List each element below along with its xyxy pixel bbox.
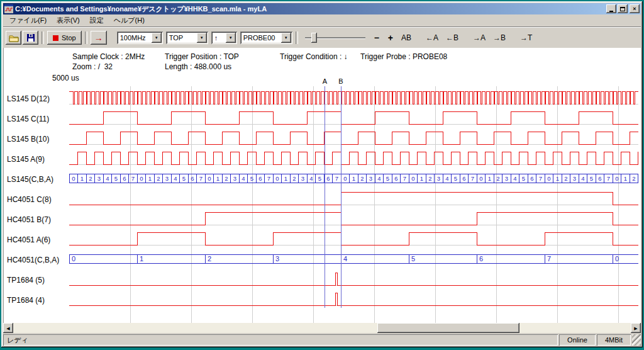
svg-text:7: 7	[471, 175, 474, 182]
close-button[interactable]: ×	[630, 4, 640, 13]
svg-text:5: 5	[318, 175, 321, 182]
svg-text:B: B	[338, 77, 343, 85]
minimize-button[interactable]	[606, 4, 616, 13]
trigger-edge-value: ↑	[214, 34, 226, 42]
menu-help[interactable]: ヘルプ(H)	[109, 14, 150, 26]
chevron-down-icon[interactable]: ▼	[152, 33, 162, 43]
chevron-down-icon[interactable]: ▼	[226, 33, 236, 43]
svg-text:2: 2	[225, 175, 228, 182]
scrollbar-thumb[interactable]	[377, 323, 519, 333]
jump-left-a-button[interactable]: ←A	[423, 31, 441, 45]
svg-text:4: 4	[309, 175, 313, 182]
jump-left-b-button[interactable]: ←B	[443, 31, 462, 45]
svg-text:5: 5	[386, 175, 389, 182]
svg-text:5: 5	[114, 175, 118, 182]
svg-text:5: 5	[411, 255, 415, 262]
stop-button[interactable]: Stop	[47, 31, 82, 45]
zoom-out-button[interactable]: −	[370, 31, 383, 45]
open-folder-icon	[9, 34, 19, 42]
jump-right-a-button[interactable]: →A	[470, 31, 489, 45]
zoom-slider-thumb[interactable]	[311, 33, 317, 43]
zoom-in-button[interactable]: +	[384, 31, 397, 45]
titlebar[interactable]: C:¥Documents and Settings¥noname¥デスクトップ¥…	[3, 3, 641, 14]
svg-text:3: 3	[505, 175, 508, 182]
svg-text:1: 1	[148, 175, 152, 182]
channel-label: HC4051 B(7)	[7, 210, 69, 230]
run-button[interactable]: →	[91, 31, 107, 45]
svg-text:6: 6	[394, 175, 397, 182]
svg-text:2: 2	[360, 175, 364, 182]
svg-text:7: 7	[539, 175, 542, 182]
svg-text:3: 3	[97, 175, 101, 182]
menu-file[interactable]: ファイル(F)	[4, 14, 52, 26]
menu-settings[interactable]: 設定	[85, 14, 109, 26]
svg-text:7: 7	[403, 175, 406, 182]
svg-text:2: 2	[632, 175, 635, 182]
svg-text:2: 2	[292, 175, 296, 182]
trigger-position-text: Trigger Position : TOP	[165, 52, 239, 61]
svg-text:3: 3	[233, 175, 236, 182]
zoom-slider[interactable]	[304, 31, 367, 44]
svg-text:6: 6	[326, 175, 330, 182]
menubar: ファイル(F) 表示(V) 設定 ヘルプ(H)	[3, 14, 641, 27]
svg-text:2: 2	[564, 175, 567, 182]
svg-text:2: 2	[428, 175, 431, 182]
svg-text:5: 5	[590, 175, 593, 182]
probe-select[interactable]: PROBE00 ▼	[240, 31, 292, 44]
status-text: レディ	[3, 334, 558, 346]
jump-right-b-button[interactable]: →B	[490, 31, 509, 45]
online-status: Online	[559, 334, 596, 346]
horizontal-scrollbar[interactable]: ◀ ▶	[3, 323, 641, 333]
maximize-button[interactable]	[618, 4, 628, 13]
ab-cursors-button[interactable]: AB	[398, 31, 414, 45]
svg-text:4: 4	[242, 175, 245, 182]
channel-label: TP1684 (5)	[7, 270, 69, 290]
jump-trigger-button[interactable]: →T	[517, 31, 535, 45]
chevron-down-icon[interactable]: ▼	[197, 33, 207, 43]
svg-text:1: 1	[284, 175, 287, 182]
svg-text:5: 5	[182, 175, 186, 182]
svg-text:4: 4	[377, 175, 380, 182]
resize-grip[interactable]	[632, 334, 641, 346]
sample-clock-value: 100MHz	[120, 34, 152, 42]
svg-text:1: 1	[140, 255, 143, 262]
app-icon	[4, 4, 13, 13]
chevron-down-icon[interactable]: ▼	[281, 33, 291, 43]
scroll-left-button[interactable]: ◀	[3, 323, 13, 333]
trigger-position-select[interactable]: TOP ▼	[166, 31, 208, 44]
svg-text:0: 0	[479, 175, 482, 182]
waveform-area: Sample Clock : 2MHz Trigger Position : T…	[3, 48, 641, 323]
svg-text:6: 6	[191, 175, 194, 182]
svg-text:0: 0	[343, 175, 347, 182]
svg-text:1: 1	[352, 175, 355, 182]
svg-text:0: 0	[275, 175, 279, 182]
app-window: C:¥Documents and Settings¥noname¥デスクトップ¥…	[1, 1, 643, 347]
channel-label: LS145 D(12)	[7, 89, 69, 109]
menu-view[interactable]: 表示(V)	[52, 14, 85, 26]
svg-text:6: 6	[479, 255, 483, 262]
trigger-edge-select[interactable]: ↑ ▼	[211, 31, 237, 44]
open-button[interactable]	[6, 31, 21, 45]
maximize-icon	[620, 7, 625, 11]
scroll-right-button[interactable]: ▶	[631, 323, 641, 333]
memory-status: 4MBit	[597, 334, 631, 346]
svg-text:1: 1	[80, 175, 84, 182]
svg-text:6: 6	[258, 175, 262, 182]
scrollbar-track[interactable]	[13, 323, 631, 333]
sample-clock-select[interactable]: 100MHz ▼	[117, 31, 163, 44]
stop-icon	[53, 35, 58, 41]
svg-text:1: 1	[488, 175, 491, 182]
toolbar-separator	[42, 31, 44, 44]
svg-text:3: 3	[369, 175, 372, 182]
save-button[interactable]	[23, 31, 38, 45]
svg-text:0: 0	[615, 255, 619, 262]
channel-label: HC4051(C,B,A)	[7, 250, 69, 270]
svg-text:6: 6	[530, 175, 533, 182]
waveform-plot[interactable]: 0123456701234567012345670123456701234567…	[69, 77, 638, 323]
svg-text:7: 7	[131, 175, 135, 182]
channel-label: HC4051 A(6)	[7, 230, 69, 250]
svg-text:3: 3	[165, 175, 169, 182]
svg-text:1: 1	[556, 175, 559, 182]
svg-text:2: 2	[89, 175, 92, 182]
svg-text:6: 6	[462, 175, 465, 182]
